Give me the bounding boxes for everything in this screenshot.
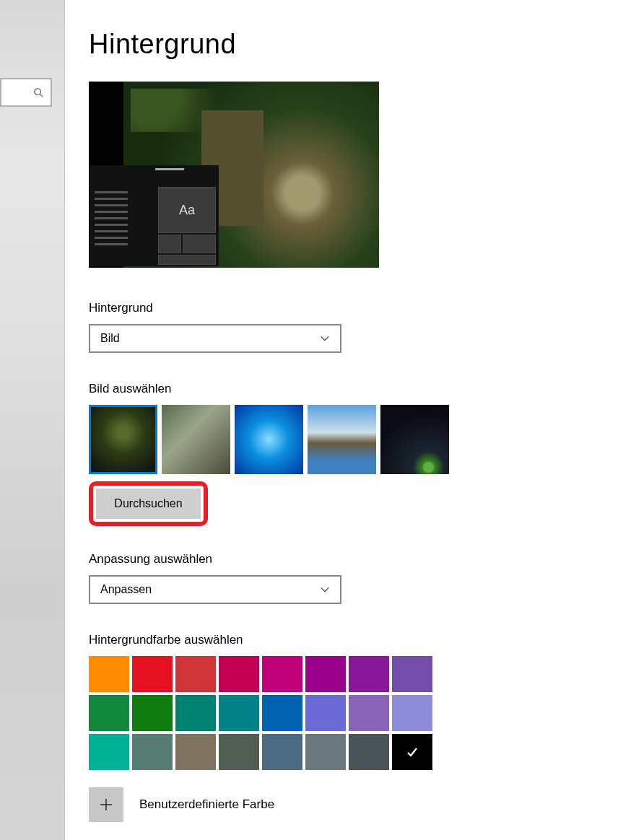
color-swatch[interactable] — [349, 656, 389, 692]
color-swatch[interactable] — [349, 695, 389, 731]
custom-color-button[interactable] — [89, 787, 123, 822]
background-select-label: Hintergrund — [89, 301, 609, 315]
fit-select-label: Anpassung auswählen — [89, 552, 609, 566]
svg-line-1 — [40, 95, 43, 97]
color-swatch[interactable] — [392, 695, 432, 731]
color-swatch[interactable] — [219, 695, 259, 731]
fit-dropdown[interactable]: Anpassen — [89, 575, 341, 604]
wallpaper-thumb[interactable] — [162, 405, 230, 474]
check-icon — [405, 745, 419, 759]
color-swatch[interactable] — [262, 734, 302, 770]
background-type-dropdown[interactable]: Bild — [89, 324, 341, 353]
chevron-down-icon — [320, 333, 330, 344]
color-swatch[interactable] — [175, 656, 216, 692]
color-swatch[interactable] — [175, 695, 216, 731]
page-title: Hintergrund — [89, 29, 609, 60]
highlight-annotation: Durchsuchen — [89, 481, 208, 526]
svg-point-0 — [35, 89, 41, 95]
wallpaper-thumb[interactable] — [380, 405, 449, 474]
color-swatch[interactable] — [349, 734, 389, 770]
color-swatch[interactable] — [305, 656, 346, 692]
color-swatch[interactable] — [219, 656, 259, 692]
wallpaper-thumbnails — [89, 405, 609, 474]
desktop-preview: Aa — [89, 82, 379, 268]
color-swatch[interactable] — [219, 734, 259, 770]
color-swatch[interactable] — [132, 695, 173, 731]
dropdown-value: Anpassen — [100, 583, 152, 596]
preview-start-menu: Aa — [89, 165, 219, 266]
wallpaper-thumb[interactable] — [235, 405, 303, 474]
wallpaper-thumb[interactable] — [89, 405, 157, 474]
color-swatch[interactable] — [89, 734, 129, 770]
dropdown-value: Bild — [100, 332, 120, 345]
search-icon — [33, 87, 43, 97]
browse-button[interactable]: Durchsuchen — [96, 489, 201, 519]
color-swatch[interactable] — [89, 656, 129, 692]
color-swatch[interactable] — [175, 734, 216, 770]
color-swatch[interactable] — [89, 695, 129, 731]
color-swatch[interactable] — [262, 695, 302, 731]
color-swatch[interactable] — [305, 734, 346, 770]
choose-image-label: Bild auswählen — [89, 382, 609, 396]
left-nav-strip — [0, 0, 65, 840]
color-swatch[interactable] — [392, 656, 432, 692]
preview-tile-text: Aa — [158, 187, 216, 233]
color-swatch[interactable] — [132, 656, 173, 692]
color-swatch[interactable] — [262, 656, 302, 692]
search-input[interactable] — [0, 78, 52, 107]
custom-color-label: Benutzerdefinierte Farbe — [139, 797, 274, 812]
color-swatch[interactable] — [132, 734, 173, 770]
color-swatch[interactable] — [392, 734, 432, 770]
background-color-label: Hintergrundfarbe auswählen — [89, 633, 609, 647]
plus-icon — [99, 797, 113, 812]
color-swatch[interactable] — [305, 695, 346, 731]
chevron-down-icon — [320, 585, 330, 595]
wallpaper-thumb[interactable] — [308, 405, 376, 474]
color-swatch-grid — [89, 656, 609, 770]
